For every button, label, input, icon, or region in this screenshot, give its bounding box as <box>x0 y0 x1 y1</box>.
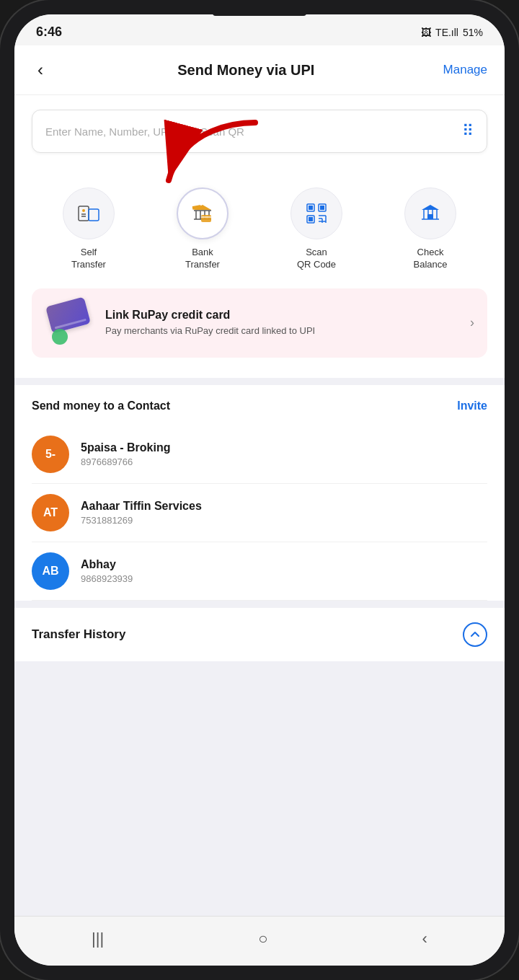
promo-banner[interactable]: Link RuPay credit card Pay merchants via… <box>32 288 487 358</box>
bank-transfer-icon-circle <box>177 187 229 239</box>
promo-text: Link RuPay credit card Pay merchants via… <box>105 309 460 337</box>
nav-back-button[interactable]: ‹ <box>408 927 442 951</box>
svg-rect-21 <box>309 217 313 221</box>
contact-avatar-5paisa: 5- <box>32 436 69 473</box>
self-transfer-action[interactable]: SelfTransfer <box>32 187 146 271</box>
history-expand-button[interactable] <box>463 622 487 647</box>
history-title: Transfer History <box>32 627 125 642</box>
history-section: Transfer History <box>14 608 505 661</box>
main-content: Enter Name, Number, UPI ID or Scan QR ⠿ <box>14 95 505 378</box>
status-bar: 6:46 🖼 TE.ıll 51% <box>14 14 505 45</box>
contacts-section: Send money to a Contact Invite 5- 5paisa… <box>14 385 505 601</box>
check-balance-action[interactable]: CheckBalance <box>373 187 487 271</box>
promo-title: Link RuPay credit card <box>105 309 460 322</box>
nav-home-button[interactable]: ○ <box>244 927 282 951</box>
content-area: ‹ Send Money via UPI Manage Enter Name, … <box>14 45 505 916</box>
self-transfer-label: SelfTransfer <box>71 247 106 271</box>
svg-rect-2 <box>89 209 99 221</box>
svg-rect-19 <box>320 206 324 210</box>
photo-icon: 🖼 <box>421 27 431 38</box>
scan-qr-label: ScanQR Code <box>297 247 336 271</box>
scan-qr-action[interactable]: ScanQR Code <box>260 187 373 271</box>
contact-number-abhay: 9868923939 <box>81 573 133 584</box>
contact-item-aahaar[interactable]: AT Aahaar Tiffin Services 7531881269 <box>32 484 487 542</box>
self-transfer-icon-circle <box>63 187 115 239</box>
contact-name-aahaar: Aahaar Tiffin Services <box>81 500 202 513</box>
contact-info-5paisa: 5paisa - Broking 8976689766 <box>81 441 170 467</box>
contact-item-abhay[interactable]: AB Abhay 9868923939 <box>32 542 487 601</box>
bank-transfer-action[interactable]: BankTransfer <box>146 187 260 271</box>
svg-rect-1 <box>79 206 89 221</box>
signal-icon: TE.ıll <box>435 27 458 38</box>
contact-info-aahaar: Aahaar Tiffin Services 7531881269 <box>81 500 202 526</box>
contact-number-aahaar: 7531881269 <box>81 515 202 526</box>
invite-button[interactable]: Invite <box>457 399 487 412</box>
scan-qr-icon-circle <box>290 187 342 239</box>
search-placeholder: Enter Name, Number, UPI ID or Scan QR <box>45 125 244 138</box>
svg-point-3 <box>82 209 85 212</box>
contact-name-abhay: Abhay <box>81 558 133 571</box>
svg-rect-14 <box>201 215 211 222</box>
contact-info-abhay: Abhay 9868923939 <box>81 558 133 584</box>
contacts-title: Send money to a Contact <box>32 399 170 412</box>
section-divider <box>14 378 505 385</box>
svg-marker-27 <box>422 205 439 210</box>
contact-number-5paisa: 8976689766 <box>81 456 170 467</box>
svg-rect-17 <box>309 206 313 210</box>
bottom-nav: ||| ○ ‹ <box>14 916 505 966</box>
promo-description: Pay merchants via RuPay credit card link… <box>105 325 460 337</box>
status-time: 6:46 <box>36 25 62 40</box>
nav-recent-button[interactable]: ||| <box>77 927 118 951</box>
page-title: Send Money via UPI <box>177 62 314 79</box>
contact-avatar-aahaar: AT <box>32 494 69 531</box>
search-box[interactable]: Enter Name, Number, UPI ID or Scan QR ⠿ <box>32 110 487 153</box>
manage-button[interactable]: Manage <box>443 63 487 77</box>
contact-item-5paisa[interactable]: 5- 5paisa - Broking 8976689766 <box>32 425 487 484</box>
contact-name-5paisa: 5paisa - Broking <box>81 441 170 454</box>
promo-arrow-icon: › <box>470 315 474 330</box>
app-header: ‹ Send Money via UPI Manage <box>14 45 505 95</box>
arrow-container: SelfTransfer <box>32 173 487 271</box>
battery-icon: 51% <box>463 27 483 38</box>
status-icons: 🖼 TE.ıll 51% <box>421 27 483 38</box>
svg-rect-33 <box>427 214 433 219</box>
check-balance-icon-circle <box>404 187 456 239</box>
action-row: SelfTransfer <box>32 173 487 271</box>
check-balance-label: CheckBalance <box>414 247 448 271</box>
grid-icon[interactable]: ⠿ <box>462 122 474 141</box>
back-button[interactable]: ‹ <box>32 57 49 83</box>
bank-transfer-label: BankTransfer <box>185 247 220 271</box>
contact-avatar-abhay: AB <box>32 552 69 590</box>
contacts-header: Send money to a Contact Invite <box>32 399 487 412</box>
